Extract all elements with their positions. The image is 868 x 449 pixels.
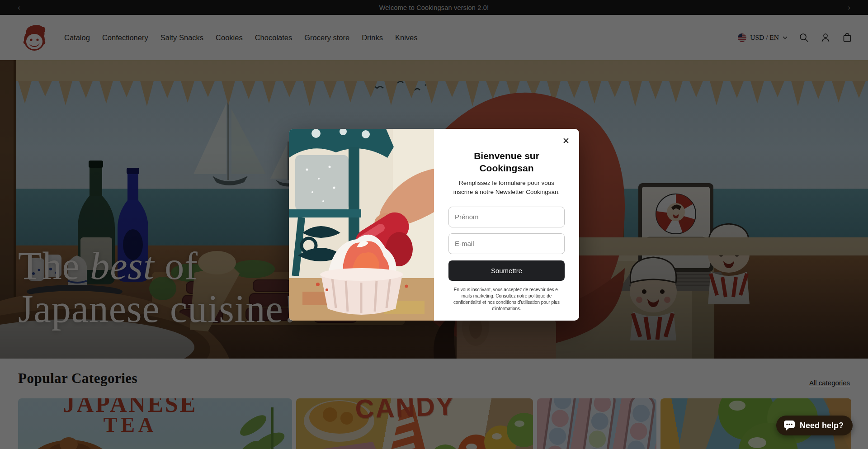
modal-title: Bienvenue sur Cookingsan <box>448 150 565 175</box>
modal-legal-text: En vous inscrivant, vous acceptez de rec… <box>448 287 565 312</box>
submit-button[interactable]: Soumettre <box>448 260 565 281</box>
email-input[interactable] <box>448 233 565 254</box>
newsletter-modal: ✕ Bienvenue sur Cookingsan Remplissez le… <box>289 129 579 321</box>
first-name-input[interactable] <box>448 207 565 227</box>
modal-subtitle: Remplissez le formulaire pour vous inscr… <box>448 179 565 197</box>
modal-content: ✕ Bienvenue sur Cookingsan Remplissez le… <box>434 129 579 321</box>
chat-label: Need help? <box>800 421 844 430</box>
modal-image-shaved-ice <box>289 129 434 321</box>
close-icon[interactable]: ✕ <box>559 134 573 148</box>
shaved-ice-photo <box>289 129 434 321</box>
chat-bubble-icon <box>783 420 795 431</box>
chat-help-button[interactable]: Need help? <box>776 416 853 435</box>
